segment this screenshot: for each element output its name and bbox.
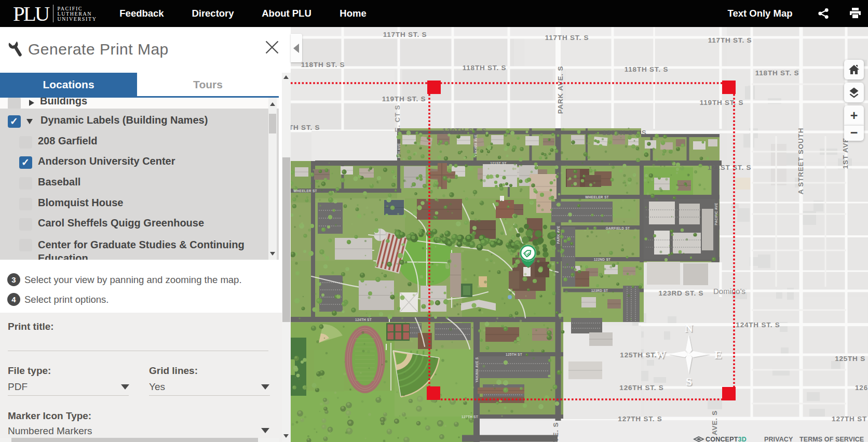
svg-text:YAKIMA AVE S: YAKIMA AVE S <box>475 357 479 382</box>
svg-text:GARFIELD ST: GARFIELD ST <box>606 226 630 230</box>
svg-text:119TH ST. S: 119TH ST. S <box>700 99 744 106</box>
svg-text:PRIVACY: PRIVACY <box>764 436 793 442</box>
svg-text:126TH ST. S: 126TH ST. S <box>619 384 663 392</box>
svg-text:127TH ST: 127TH ST <box>832 415 867 423</box>
svg-text:124TH ST. S: 124TH ST. S <box>736 321 780 329</box>
svg-text:WHEELER ST: WHEELER ST <box>585 195 609 199</box>
svg-text:123RD ST. S: 123RD ST. S <box>659 289 704 297</box>
svg-text:S: S <box>686 375 692 388</box>
svg-text:AVE. S: AVE. S <box>711 410 718 435</box>
svg-text:CONCEPT3D: CONCEPT3D <box>706 436 747 442</box>
svg-text:1ST AVE: 1ST AVE <box>842 138 849 169</box>
svg-text:Domino's: Domino's <box>713 287 745 296</box>
svg-text:117TH ST. S: 117TH ST. S <box>708 36 752 44</box>
svg-text:118TH ST. S: 118TH ST. S <box>301 61 345 69</box>
svg-text:A STREET SOUTH: A STREET SOUTH <box>797 128 805 194</box>
svg-text:117TH ST. S: 117TH ST. S <box>545 34 589 42</box>
svg-text:122ND ST: 122ND ST <box>594 258 611 261</box>
svg-text:E. CT S: E. CT S <box>394 105 401 132</box>
svg-text:WHEELER ST: WHEELER ST <box>293 189 317 193</box>
svg-text:125TH S: 125TH S <box>835 355 865 363</box>
svg-text:0TH ST. S: 0TH ST. S <box>291 124 320 131</box>
svg-text:W: W <box>655 348 666 361</box>
svg-text:117TH ST. S: 117TH ST. S <box>383 31 427 38</box>
svg-text:E: E <box>714 348 722 361</box>
svg-text:PARK AVE. S: PARK AVE. S <box>557 66 564 114</box>
svg-text:127TH ST: 127TH ST <box>462 415 478 419</box>
svg-text:YAKIMA AVE: YAKIMA AVE <box>474 135 478 157</box>
svg-text:121ST ST: 121ST ST <box>490 162 507 165</box>
svg-text:VE. S: VE. S <box>552 422 560 442</box>
svg-text:123RD ST: 123RD ST <box>591 289 608 292</box>
svg-text:120TH ST. S: 120TH ST. S <box>602 129 646 137</box>
svg-text:118TH ST. S: 118TH ST. S <box>463 64 507 72</box>
svg-text:PACIFIC AVE: PACIFIC AVE <box>714 203 718 225</box>
svg-text:120TH ST. S: 120TH ST. S <box>442 127 486 135</box>
svg-text:N: N <box>685 322 693 334</box>
svg-text:125TH ST: 125TH ST <box>506 353 522 356</box>
svg-text:119TH ST. S: 119TH ST. S <box>382 95 426 103</box>
svg-text:118TH ST. S: 118TH ST. S <box>755 69 799 77</box>
svg-text:126: 126 <box>855 384 868 392</box>
svg-text:127TH ST. S: 127TH ST. S <box>618 415 662 423</box>
svg-text:124TH ST: 124TH ST <box>355 318 372 322</box>
svg-text:PARK AVE: PARK AVE <box>557 225 560 244</box>
svg-text:8TH AVE: 8TH AVE <box>397 143 401 158</box>
svg-text:118TH ST. S: 118TH ST. S <box>625 65 669 73</box>
svg-text:TERMS OF SERVICE: TERMS OF SERVICE <box>799 436 864 442</box>
svg-text:121ST ST. S: 121ST ST. S <box>708 164 752 171</box>
